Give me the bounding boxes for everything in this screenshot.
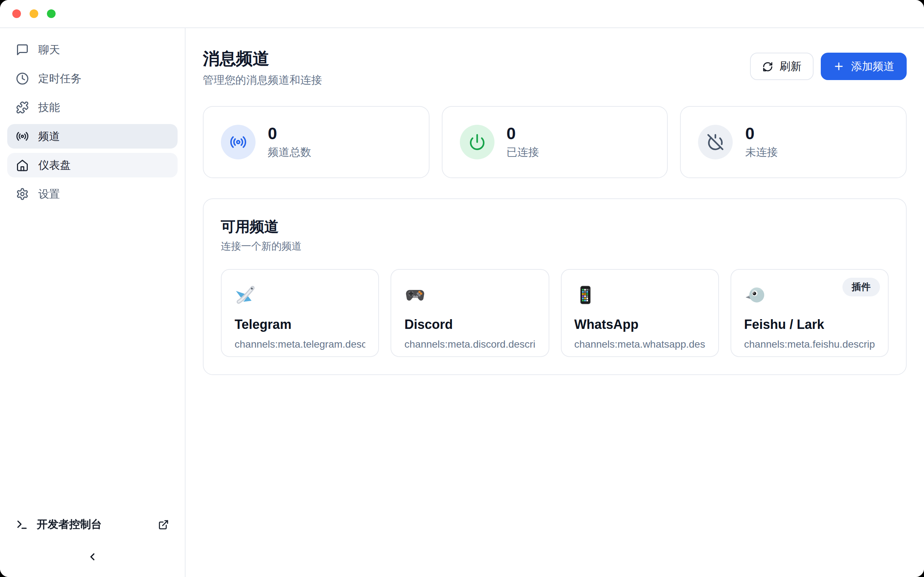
power-icon bbox=[459, 125, 494, 160]
puzzle-icon bbox=[16, 101, 29, 114]
stat-value: 0 bbox=[745, 125, 778, 143]
sidebar-item-label: 定时任务 bbox=[38, 72, 82, 85]
channel-description: channels:meta.feishu.description bbox=[744, 338, 875, 350]
developer-console-label: 开发者控制台 bbox=[37, 517, 149, 531]
airplane-emoji-icon bbox=[234, 284, 366, 306]
sidebar-nav: 聊天 定时任务 技能 bbox=[0, 28, 185, 211]
refresh-button[interactable]: 刷新 bbox=[750, 53, 814, 80]
stat-value: 0 bbox=[506, 125, 539, 143]
stat-label: 未连接 bbox=[745, 146, 778, 160]
page-subtitle: 管理您的消息频道和连接 bbox=[203, 74, 322, 87]
panel-title: 可用频道 bbox=[221, 217, 888, 237]
terminal-icon bbox=[16, 518, 28, 530]
chevron-left-icon bbox=[87, 551, 98, 562]
refresh-button-label: 刷新 bbox=[780, 60, 801, 73]
channel-name: Telegram bbox=[234, 318, 366, 332]
sidebar-footer: 开发者控制台 bbox=[0, 514, 185, 577]
sidebar-item-label: 聊天 bbox=[38, 43, 60, 56]
channel-grid: Telegram channels:meta.telegram.descript… bbox=[221, 269, 888, 357]
panel-subtitle: 连接一个新的频道 bbox=[221, 240, 888, 253]
add-channel-button[interactable]: 添加频道 bbox=[821, 53, 907, 80]
sidebar-item-dashboard[interactable]: 仪表盘 bbox=[7, 153, 178, 177]
stat-value: 0 bbox=[268, 125, 311, 143]
developer-console-link[interactable]: 开发者控制台 bbox=[16, 514, 169, 535]
main-content: 消息频道 管理您的消息频道和连接 刷新 添加频道 bbox=[186, 28, 924, 577]
zoom-button[interactable] bbox=[47, 10, 56, 18]
available-channels-panel: 可用频道 连接一个新的频道 bbox=[203, 198, 907, 375]
app-window: 聊天 定时任务 技能 bbox=[0, 0, 924, 577]
external-link-icon[interactable] bbox=[158, 519, 169, 530]
titlebar bbox=[0, 0, 924, 28]
sidebar-item-label: 设置 bbox=[38, 187, 60, 201]
stat-label: 频道总数 bbox=[268, 146, 311, 160]
refresh-icon bbox=[762, 61, 773, 72]
channel-name: Discord bbox=[405, 318, 536, 332]
page-title: 消息频道 bbox=[203, 48, 322, 69]
sidebar-collapse-button[interactable] bbox=[82, 547, 102, 567]
channel-description: channels:meta.telegram.description bbox=[234, 338, 366, 350]
sidebar-item-label: 仪表盘 bbox=[38, 158, 71, 172]
sidebar: 聊天 定时任务 技能 bbox=[0, 28, 186, 577]
traffic-lights bbox=[12, 10, 56, 18]
home-icon bbox=[16, 159, 29, 172]
sidebar-item-scheduled-tasks[interactable]: 定时任务 bbox=[7, 66, 178, 91]
channel-card-feishu[interactable]: 插件 Feishu / L bbox=[730, 269, 889, 357]
stat-label: 已连接 bbox=[506, 146, 539, 160]
channel-description: channels:meta.discord.description bbox=[405, 338, 536, 350]
sidebar-item-settings[interactable]: 设置 bbox=[7, 182, 178, 206]
channel-card-whatsapp[interactable]: WhatsApp channels:meta.whatsapp.descript… bbox=[561, 269, 719, 357]
close-button[interactable] bbox=[12, 10, 21, 18]
sidebar-item-channels[interactable]: 频道 bbox=[7, 124, 178, 148]
channel-card-telegram[interactable]: Telegram channels:meta.telegram.descript… bbox=[221, 269, 380, 357]
plus-icon bbox=[833, 61, 845, 72]
plugin-badge: 插件 bbox=[842, 278, 880, 297]
stat-card-disconnected: 0 未连接 bbox=[680, 106, 907, 179]
add-channel-button-label: 添加频道 bbox=[851, 60, 894, 73]
sidebar-item-skills[interactable]: 技能 bbox=[7, 95, 178, 120]
channel-name: Feishu / Lark bbox=[744, 318, 875, 332]
channel-name: WhatsApp bbox=[574, 318, 705, 332]
stat-card-connected: 0 已连接 bbox=[441, 106, 668, 179]
sidebar-item-chat[interactable]: 聊天 bbox=[7, 37, 178, 62]
phone-emoji-icon bbox=[574, 284, 705, 306]
power-off-icon bbox=[698, 125, 733, 160]
radio-icon bbox=[221, 125, 255, 160]
channel-description: channels:meta.whatsapp.description bbox=[574, 338, 705, 350]
radio-icon bbox=[16, 130, 29, 143]
minimize-button[interactable] bbox=[30, 10, 38, 18]
sidebar-item-label: 技能 bbox=[38, 101, 60, 114]
gear-icon bbox=[16, 187, 29, 200]
gamepad-emoji-icon bbox=[405, 284, 536, 306]
clock-icon bbox=[16, 72, 29, 85]
channel-card-discord[interactable]: Discord channels:meta.discord.descriptio… bbox=[391, 269, 549, 357]
message-square-icon bbox=[16, 43, 29, 56]
sidebar-item-label: 频道 bbox=[38, 129, 60, 143]
stats-row: 0 频道总数 0 已连接 bbox=[203, 106, 907, 179]
stat-card-total-channels: 0 频道总数 bbox=[203, 106, 429, 179]
page-header: 消息频道 管理您的消息频道和连接 刷新 添加频道 bbox=[203, 48, 907, 87]
